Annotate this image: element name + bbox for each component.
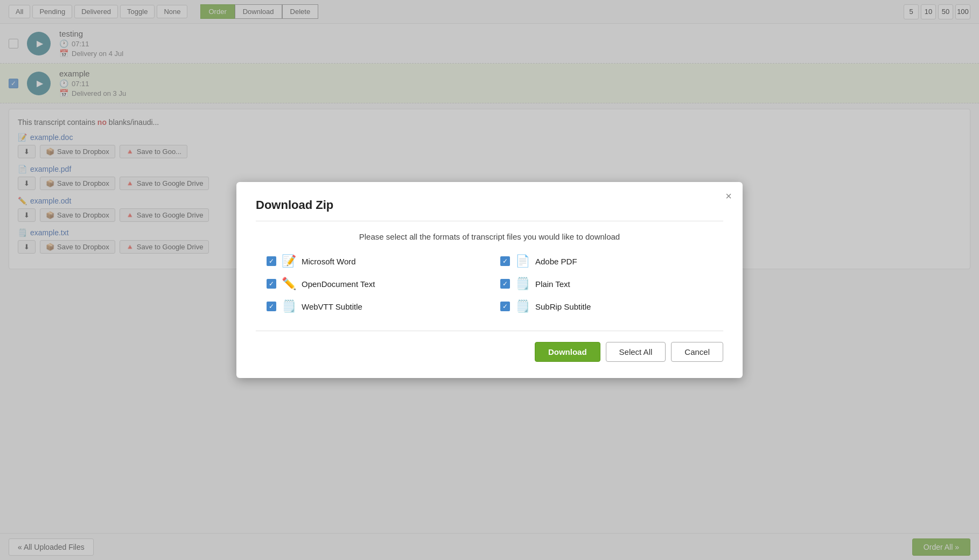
format-plain-label: Plain Text [535,279,570,289]
webvtt-format-icon: 🗒️ [282,299,296,313]
modal-title: Download Zip [256,198,723,221]
format-subrip: ✓ 🗒️ SubRip Subtitle [500,299,712,313]
format-plain: ✓ 🗒️ Plain Text [500,277,712,291]
format-webvtt-label: WebVTT Subtitle [302,302,362,311]
format-odt-label: OpenDocument Text [302,279,375,289]
plain-format-icon: 🗒️ [515,277,530,291]
modal-close-btn[interactable]: × [725,191,732,201]
format-pdf: ✓ 📄 Adobe PDF [500,254,712,268]
format-pdf-label: Adobe PDF [535,257,577,266]
modal-cancel-btn[interactable]: Cancel [671,342,723,362]
format-grid: ✓ 📝 Microsoft Word ✓ 📄 Adobe PDF ✓ ✏️ Op… [256,254,723,313]
odt-format-icon: ✏️ [282,277,296,291]
checkbox-plain[interactable]: ✓ [500,279,510,289]
format-subrip-label: SubRip Subtitle [535,302,591,311]
checkbox-odt[interactable]: ✓ [267,279,276,289]
modal-footer: Download Select All Cancel [256,331,723,362]
pdf-format-icon: 📄 [515,254,530,268]
modal-select-all-btn[interactable]: Select All [606,342,666,362]
format-word: ✓ 📝 Microsoft Word [267,254,479,268]
word-format-icon: 📝 [282,254,296,268]
checkbox-subrip[interactable]: ✓ [500,302,510,311]
format-odt: ✓ ✏️ OpenDocument Text [267,277,479,291]
checkbox-pdf[interactable]: ✓ [500,256,510,266]
modal-subtitle: Please select all the formats of transcr… [256,232,723,241]
download-zip-modal: × Download Zip Please select all the for… [236,182,743,378]
checkbox-webvtt[interactable]: ✓ [267,302,276,311]
subrip-format-icon: 🗒️ [515,299,530,313]
modal-overlay: × Download Zip Please select all the for… [0,0,979,560]
format-word-label: Microsoft Word [302,257,356,266]
format-webvtt: ✓ 🗒️ WebVTT Subtitle [267,299,479,313]
checkbox-word[interactable]: ✓ [267,256,276,266]
modal-download-btn[interactable]: Download [535,342,600,362]
